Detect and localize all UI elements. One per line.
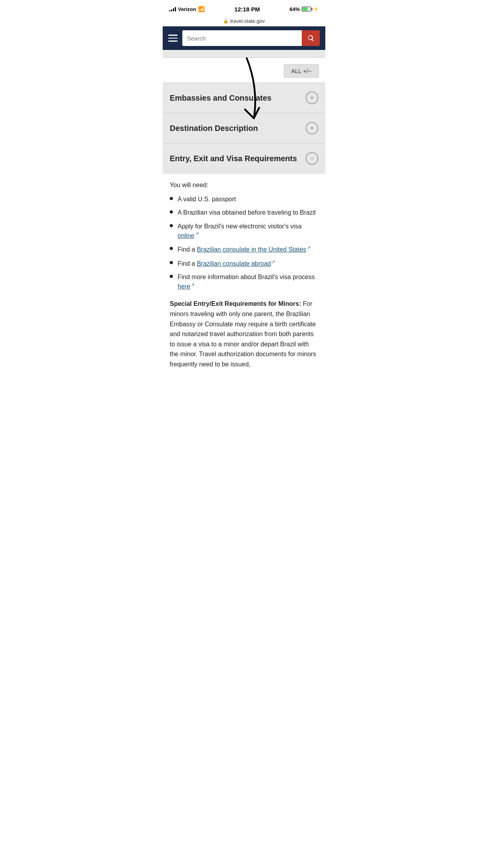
special-body: For minors traveling with only one paren… xyxy=(170,300,316,368)
url-bar: 🔒 travel.state.gov xyxy=(163,17,325,26)
destination-header[interactable]: Destination Description + xyxy=(163,113,325,143)
carrier-label: Verizon xyxy=(178,6,196,12)
bullet-dot xyxy=(170,210,173,213)
search-icon xyxy=(307,34,315,42)
entry-header[interactable]: Entry, Exit and Visa Requirements − xyxy=(163,143,325,173)
destination-toggle-icon: + xyxy=(306,122,318,134)
status-bar: Verizon 📶 12:18 PM 64% ⚡ xyxy=(163,0,325,17)
destination-section: Destination Description + xyxy=(163,113,325,143)
embassies-toggle-icon: + xyxy=(306,92,318,104)
battery-percent-label: 64% xyxy=(290,6,300,12)
search-container xyxy=(182,30,320,46)
list-item: Apply for Brazil's new electronic visito… xyxy=(170,222,318,240)
lock-icon: 🔒 xyxy=(223,18,229,24)
bullet-list: A valid U.S. passport A Brazilian visa o… xyxy=(170,195,318,291)
consulate-abroad-link[interactable]: Brazilian consulate abroad↗ xyxy=(197,260,275,267)
bullet-text-5: Find a Brazilian consulate abroad↗ xyxy=(178,259,275,268)
destination-title: Destination Description xyxy=(170,124,258,133)
battery-icon xyxy=(302,7,311,11)
wifi-icon: 📶 xyxy=(198,6,205,12)
bullet-text-2: A Brazilian visa obtained before traveli… xyxy=(178,208,316,217)
embassies-section: Embassies and Consulates + xyxy=(163,83,325,113)
time-label: 12:18 PM xyxy=(235,6,260,13)
special-section: Special Entry/Exit Requirements for Mino… xyxy=(170,299,318,369)
bullet-dot xyxy=(170,247,173,250)
status-left: Verizon 📶 xyxy=(169,6,205,12)
list-item: A valid U.S. passport xyxy=(170,195,318,204)
search-input[interactable] xyxy=(182,30,302,46)
bullet-text-4: Find a Brazilian consulate in the United… xyxy=(178,245,310,254)
status-right: 64% ⚡ xyxy=(290,6,319,12)
list-item: Find a Brazilian consulate in the United… xyxy=(170,245,318,254)
entry-content: You will need: A valid U.S. passport A B… xyxy=(163,173,325,377)
list-item: Find more information about Brazil's vis… xyxy=(170,273,318,291)
list-item: Find a Brazilian consulate abroad↗ xyxy=(170,259,318,268)
special-title: Special Entry/Exit Requirements for Mino… xyxy=(170,300,301,307)
all-toggle-row: ALL +/− xyxy=(163,58,325,83)
entry-toggle-icon: − xyxy=(306,152,318,165)
entry-title: Entry, Exit and Visa Requirements xyxy=(170,154,297,163)
embassies-header[interactable]: Embassies and Consulates + xyxy=(163,83,325,113)
list-item: A Brazilian visa obtained before traveli… xyxy=(170,208,318,217)
signal-icon xyxy=(169,7,176,11)
bullet-dot xyxy=(170,197,173,200)
bullet-dot xyxy=(170,275,173,278)
top-divider xyxy=(163,50,325,58)
bullet-dot xyxy=(170,261,173,264)
menu-button[interactable] xyxy=(168,35,178,42)
more-info-link[interactable]: here↗ xyxy=(178,283,194,290)
lightning-icon: ⚡ xyxy=(313,6,319,12)
all-toggle-button[interactable]: ALL +/− xyxy=(284,64,319,78)
content-intro: You will need: xyxy=(170,182,318,189)
bullet-text-3: Apply for Brazil's new electronic visito… xyxy=(178,222,318,240)
entry-section: Entry, Exit and Visa Requirements − You … xyxy=(163,143,325,377)
url-label: travel.state.gov xyxy=(230,18,265,24)
bullet-text-1: A valid U.S. passport xyxy=(178,195,236,204)
consulate-us-link[interactable]: Brazilian consulate in the United States… xyxy=(197,246,310,253)
embassies-title: Embassies and Consulates xyxy=(170,94,272,103)
nav-bar xyxy=(163,26,325,50)
bullet-text-6: Find more information about Brazil's vis… xyxy=(178,273,318,291)
online-link[interactable]: online↗ xyxy=(178,232,199,239)
bullet-dot xyxy=(170,224,173,227)
search-button[interactable] xyxy=(302,30,320,46)
